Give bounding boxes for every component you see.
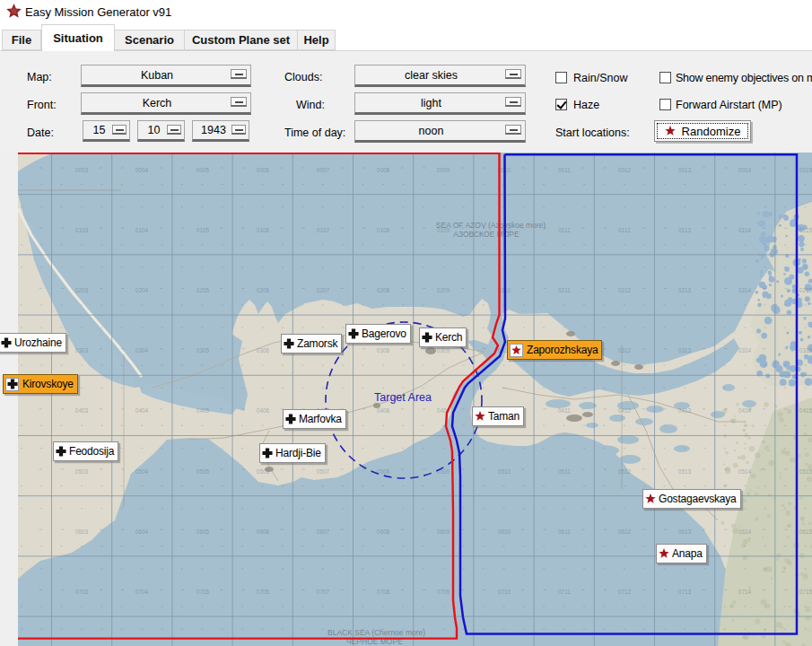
svg-text:0114: 0114 [738, 227, 751, 233]
svg-text:0112: 0112 [618, 227, 631, 233]
svg-text:0414: 0414 [738, 407, 752, 414]
svg-text:0014: 0014 [738, 167, 752, 173]
svg-text:0205: 0205 [196, 287, 210, 293]
svg-text:0503: 0503 [75, 468, 89, 475]
svg-text:0403: 0403 [75, 407, 89, 414]
svg-text:0713: 0713 [678, 589, 692, 595]
svg-text:0706: 0706 [257, 589, 270, 595]
svg-text:0712: 0712 [618, 589, 632, 595]
svg-text:0211: 0211 [558, 287, 571, 293]
svg-text:0306: 0306 [257, 347, 270, 354]
svg-text:0715: 0715 [799, 589, 812, 595]
svg-text:BLACK SEA (Chernoe more): BLACK SEA (Chernoe more) [327, 628, 425, 637]
svg-text:0606: 0606 [257, 528, 270, 535]
svg-text:0308: 0308 [377, 347, 390, 354]
svg-text:0704: 0704 [135, 589, 149, 595]
svg-text:0206: 0206 [257, 287, 270, 293]
svg-text:0009: 0009 [437, 167, 450, 173]
svg-text:0612: 0612 [618, 528, 632, 535]
svg-text:АЗОВСКОЕ МОРЕ: АЗОВСКОЕ МОРЕ [453, 230, 520, 239]
svg-text:0106: 0106 [257, 227, 270, 233]
svg-text:0608: 0608 [377, 528, 390, 535]
svg-text:0003: 0003 [75, 167, 89, 173]
svg-text:0303: 0303 [75, 347, 89, 354]
svg-text:0703: 0703 [75, 589, 89, 595]
svg-text:0512: 0512 [618, 468, 632, 475]
svg-text:0507: 0507 [317, 468, 330, 475]
svg-text:0405: 0405 [196, 407, 210, 414]
svg-text:0304: 0304 [135, 347, 149, 354]
svg-text:0510: 0510 [498, 468, 511, 475]
svg-text:0005: 0005 [196, 167, 210, 173]
svg-text:0108: 0108 [377, 227, 390, 233]
svg-text:0015: 0015 [799, 167, 812, 173]
svg-text:0213: 0213 [678, 287, 692, 293]
svg-text:0209: 0209 [437, 287, 450, 293]
svg-text:0011: 0011 [558, 167, 571, 173]
svg-text:0203: 0203 [75, 287, 89, 293]
svg-text:0614: 0614 [738, 528, 752, 535]
svg-text:0505: 0505 [196, 468, 210, 475]
svg-text:0113: 0113 [678, 227, 691, 233]
svg-text:0709: 0709 [437, 589, 450, 595]
svg-text:0615: 0615 [799, 528, 812, 535]
svg-text:0707: 0707 [317, 589, 330, 595]
svg-text:0208: 0208 [377, 287, 390, 293]
svg-text:0312: 0312 [618, 347, 632, 354]
svg-text:0714: 0714 [738, 589, 752, 595]
svg-text:0309: 0309 [437, 347, 450, 354]
svg-text:0004: 0004 [135, 167, 149, 173]
svg-text:0603: 0603 [75, 528, 89, 535]
svg-text:0012: 0012 [618, 167, 632, 173]
svg-text:0215: 0215 [799, 287, 812, 293]
svg-text:Target Area: Target Area [374, 391, 432, 404]
svg-text:0610: 0610 [498, 528, 511, 535]
svg-text:0006: 0006 [257, 167, 270, 173]
svg-text:0705: 0705 [196, 589, 210, 595]
svg-text:0315: 0315 [799, 347, 812, 354]
svg-text:0314: 0314 [738, 347, 752, 354]
svg-text:0613: 0613 [678, 528, 692, 535]
svg-text:0214: 0214 [738, 287, 752, 293]
svg-text:0708: 0708 [377, 589, 390, 595]
svg-text:0212: 0212 [618, 287, 632, 293]
svg-text:0611: 0611 [558, 528, 571, 535]
svg-text:0411: 0411 [558, 407, 571, 414]
svg-text:0604: 0604 [135, 528, 149, 535]
svg-text:0406: 0406 [257, 407, 270, 414]
svg-text:0605: 0605 [196, 528, 210, 535]
svg-text:0007: 0007 [317, 167, 330, 173]
svg-text:0204: 0204 [135, 287, 149, 293]
svg-text:0013: 0013 [678, 167, 692, 173]
svg-text:0515: 0515 [799, 468, 812, 475]
svg-text:0607: 0607 [317, 528, 330, 535]
svg-text:0408: 0408 [377, 407, 390, 414]
svg-text:0514: 0514 [738, 468, 752, 475]
svg-text:0105: 0105 [196, 227, 210, 233]
svg-text:0609: 0609 [437, 528, 450, 535]
svg-text:0107: 0107 [317, 227, 330, 233]
svg-text:0115: 0115 [799, 227, 812, 233]
svg-text:0207: 0207 [317, 287, 330, 293]
svg-text:0710: 0710 [498, 589, 511, 595]
svg-text:0104: 0104 [135, 227, 149, 233]
svg-text:0506: 0506 [257, 468, 270, 475]
svg-text:0511: 0511 [558, 468, 571, 475]
svg-text:0404: 0404 [135, 407, 149, 414]
svg-text:0412: 0412 [618, 407, 632, 414]
svg-text:0415: 0415 [799, 407, 812, 414]
svg-text:0313: 0313 [678, 347, 692, 354]
svg-text:0413: 0413 [678, 407, 692, 414]
svg-text:SEA OF AZOV (Azovskoe more): SEA OF AZOV (Azovskoe more) [436, 221, 546, 230]
svg-text:0504: 0504 [135, 468, 149, 475]
svg-text:0008: 0008 [377, 167, 390, 173]
svg-text:0111: 0111 [558, 227, 571, 233]
svg-text:0513: 0513 [678, 468, 692, 475]
svg-text:0103: 0103 [75, 227, 89, 233]
svg-text:0305: 0305 [196, 347, 210, 354]
svg-text:0711: 0711 [558, 589, 571, 595]
